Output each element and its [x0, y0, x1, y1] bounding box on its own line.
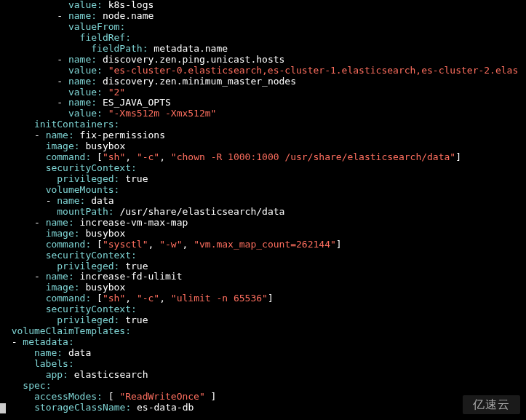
yaml-code-block: value: k8s-logs - name: node.name valueF…: [0, 0, 526, 413]
watermark-logo: 亿速云: [463, 395, 520, 414]
